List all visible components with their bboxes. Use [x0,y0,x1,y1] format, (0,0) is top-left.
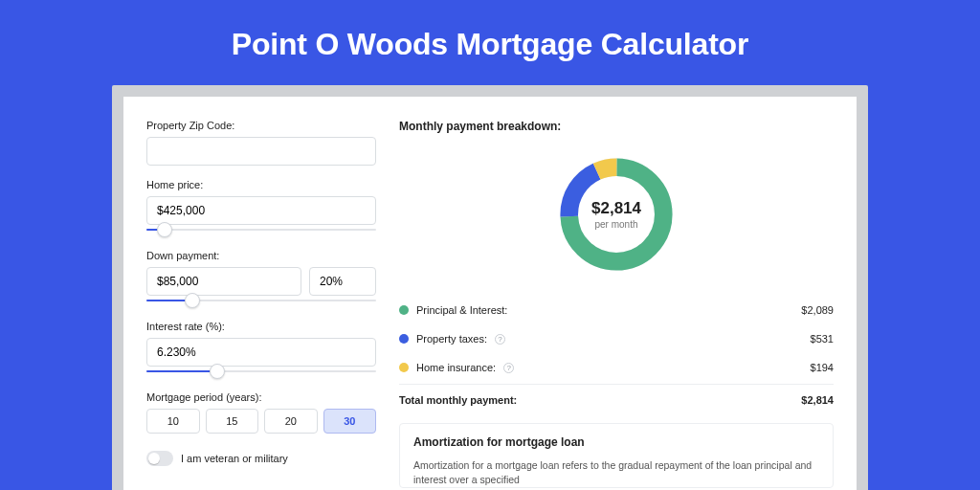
price-input[interactable] [146,196,376,225]
donut-wrap: $2,814 per month [399,145,834,296]
dot-icon [399,334,409,344]
donut-amount: $2,814 [591,199,641,218]
legend-value: $2,089 [801,304,834,316]
legend-row-ins: Home insurance: ? $194 [399,353,834,382]
period-label: Mortgage period (years): [146,391,376,403]
legend-row-pi: Principal & Interest: $2,089 [399,296,834,324]
slider-track-line [146,229,376,231]
donut-center: $2,814 per month [554,152,679,277]
down-payment-input[interactable] [146,267,301,296]
slider-fill [146,370,217,372]
calculator-card: Property Zip Code: Home price: Down paym… [123,97,857,490]
price-label: Home price: [146,179,376,190]
down-payment-label: Down payment: [146,250,376,261]
interest-rate-label: Interest rate (%): [146,321,376,332]
total-value: $2,814 [801,394,834,406]
breakdown-panel: Monthly payment breakdown: $2,814 per mo… [399,120,834,490]
legend-label: Property taxes: [416,333,487,345]
interest-rate-input[interactable] [146,338,376,367]
info-icon[interactable]: ? [495,334,505,345]
down-payment-field: Down payment: [146,250,376,307]
period-option-15[interactable]: 15 [206,409,259,434]
dot-icon [399,363,409,372]
period-option-10[interactable]: 10 [146,409,200,434]
amortization-body: Amortization for a mortgage loan refers … [413,458,819,487]
zip-input[interactable] [146,137,376,166]
legend-row-tax: Property taxes: ? $531 [399,324,834,353]
legend-total-row: Total monthly payment: $2,814 [399,384,834,406]
legend-label: Home insurance: [416,362,496,373]
amortization-card: Amortization for mortgage loan Amortizat… [399,423,834,488]
payment-donut-chart: $2,814 per month [554,152,679,277]
slider-thumb[interactable] [185,293,200,308]
period-field: Mortgage period (years): 10 15 20 30 [146,391,376,434]
donut-sub: per month [594,219,637,230]
slider-thumb[interactable] [157,222,172,237]
legend-value: $194 [811,362,834,373]
down-payment-pct-input[interactable] [309,267,376,296]
legend-value: $531 [811,333,834,345]
down-payment-slider[interactable] [146,294,376,307]
inputs-panel: Property Zip Code: Home price: Down paym… [146,120,376,490]
page-title: Point O Woods Mortgage Calculator [0,0,980,85]
toggle-knob [148,453,160,464]
info-icon[interactable]: ? [503,363,514,373]
legend-label: Principal & Interest: [416,304,507,316]
card-frame: Property Zip Code: Home price: Down paym… [112,85,868,490]
veteran-toggle[interactable] [146,451,173,466]
interest-rate-field: Interest rate (%): [146,321,376,378]
period-option-30[interactable]: 30 [323,409,377,434]
breakdown-legend: Principal & Interest: $2,089 Property ta… [399,296,834,406]
breakdown-heading: Monthly payment breakdown: [399,120,834,133]
price-field: Home price: [146,179,376,236]
zip-field: Property Zip Code: [146,120,376,166]
veteran-label: I am veteran or military [181,453,288,464]
period-options: 10 15 20 30 [146,409,376,434]
interest-rate-slider[interactable] [146,365,376,378]
total-label: Total monthly payment: [399,394,517,406]
amortization-heading: Amortization for mortgage loan [413,435,819,449]
dot-icon [399,305,409,315]
veteran-row: I am veteran or military [146,451,376,466]
slider-thumb[interactable] [210,364,225,379]
price-slider[interactable] [146,223,376,236]
period-option-20[interactable]: 20 [264,409,318,434]
zip-label: Property Zip Code: [146,120,376,131]
